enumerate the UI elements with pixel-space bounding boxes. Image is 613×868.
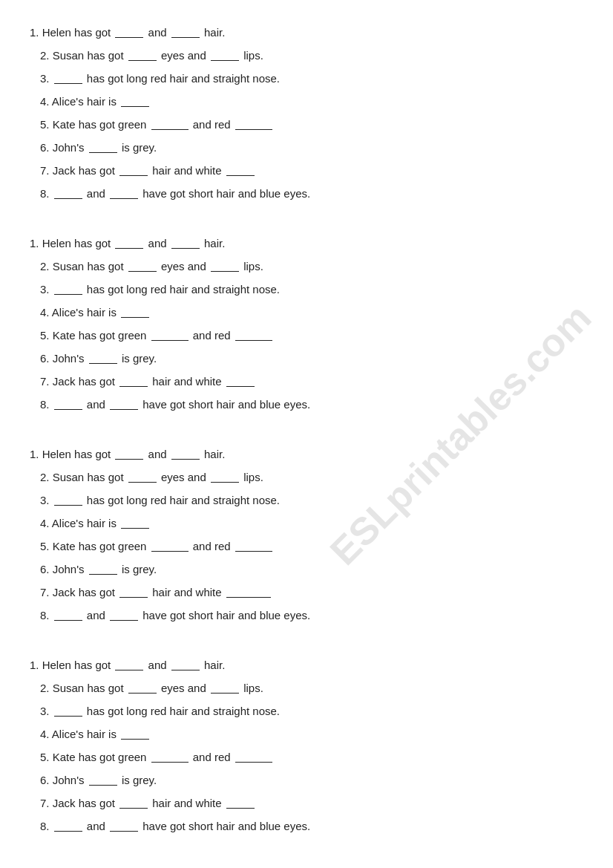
section-3: 1. Helen has got and hair. 2. Susan has …: [30, 444, 583, 625]
blank: [226, 597, 271, 598]
line-number: 1. Helen has got: [30, 22, 114, 42]
blank: [235, 340, 272, 341]
blank: [54, 505, 82, 506]
blank: [121, 106, 149, 107]
blank: [119, 175, 148, 176]
blank: [226, 808, 255, 809]
line-4-8: 8. and have got short hair and blue eyes…: [30, 816, 583, 836]
blank: [211, 60, 239, 61]
blank: [128, 271, 157, 272]
page-content: 1. Helen has got and hair. 2. Susan has …: [0, 0, 613, 858]
blank: [54, 83, 82, 84]
line-4-7: 7. Jack has got hair and white: [30, 793, 583, 813]
blank: [115, 37, 143, 38]
blank: [235, 762, 272, 763]
line-3-3: 3. has got long red hair and straight no…: [30, 490, 583, 510]
section-4: 1. Helen has got and hair. 2. Susan has …: [30, 655, 583, 836]
blank: [171, 459, 200, 460]
line-1-2: 2. Susan has got eyes and lips.: [30, 45, 583, 65]
line-1-3: 3. has got long red hair and straight no…: [30, 68, 583, 88]
line-1-4: 4. Alice's hair is: [30, 91, 583, 111]
section-1: 1. Helen has got and hair. 2. Susan has …: [30, 22, 583, 203]
blank: [151, 340, 189, 341]
section-2: 1. Helen has got and hair. 2. Susan has …: [30, 233, 583, 414]
line-2-5: 5. Kate has got green and red: [30, 325, 583, 345]
line-4-3: 3. has got long red hair and straight no…: [30, 701, 583, 721]
blank: [54, 409, 82, 410]
blank: [128, 60, 157, 61]
blank: [89, 152, 117, 153]
blank: [54, 620, 82, 621]
blank: [226, 386, 255, 387]
blank: [121, 317, 149, 318]
blank: [110, 198, 138, 199]
blank: [54, 831, 82, 832]
line-2-2: 2. Susan has got eyes and lips.: [30, 256, 583, 276]
blank: [211, 482, 239, 483]
line-4-6: 6. John's is grey.: [30, 770, 583, 790]
blank: [89, 785, 117, 786]
blank: [211, 271, 239, 272]
line-3-6: 6. John's is grey.: [30, 559, 583, 579]
line-3-1: 1. Helen has got and hair.: [30, 444, 583, 464]
blank: [171, 670, 200, 670]
blank: [119, 808, 148, 809]
blank: [121, 739, 149, 740]
blank: [151, 129, 189, 130]
blank: [211, 693, 239, 694]
line-4-2: 2. Susan has got eyes and lips.: [30, 678, 583, 698]
blank: [54, 198, 82, 199]
blank: [128, 693, 157, 694]
blank: [151, 762, 189, 763]
line-1-5: 5. Kate has got green and red: [30, 114, 583, 134]
line-4-4: 4. Alice's hair is: [30, 724, 583, 744]
line-4-5: 5. Kate has got green and red: [30, 747, 583, 767]
line-3-4: 4. Alice's hair is: [30, 513, 583, 533]
blank: [171, 37, 200, 38]
line-2-3: 3. has got long red hair and straight no…: [30, 279, 583, 299]
blank: [54, 294, 82, 295]
line-1-1: 1. Helen has got and hair.: [30, 22, 583, 42]
blank: [151, 551, 189, 552]
line-2-7: 7. Jack has got hair and white: [30, 371, 583, 391]
line-3-8: 8. and have got short hair and blue eyes…: [30, 605, 583, 625]
line-2-6: 6. John's is grey.: [30, 348, 583, 368]
blank: [235, 129, 272, 130]
blank: [121, 528, 149, 529]
line-3-5: 5. Kate has got green and red: [30, 536, 583, 556]
blank: [54, 716, 82, 717]
line-1-6: 6. John's is grey.: [30, 137, 583, 157]
blank: [235, 551, 272, 552]
blank: [115, 248, 143, 249]
blank: [110, 831, 138, 832]
line-2-8: 8. and have got short hair and blue eyes…: [30, 394, 583, 414]
blank: [89, 574, 117, 575]
line-3-2: 2. Susan has got eyes and lips.: [30, 467, 583, 487]
blank: [119, 597, 148, 598]
line-1-7: 7. Jack has got hair and white: [30, 160, 583, 180]
line-4-1: 1. Helen has got and hair.: [30, 655, 583, 675]
blank: [115, 459, 143, 460]
blank: [115, 670, 143, 670]
blank: [110, 409, 138, 410]
line-3-7: 7. Jack has got hair and white: [30, 582, 583, 602]
line-2-1: 1. Helen has got and hair.: [30, 233, 583, 253]
blank: [128, 482, 157, 483]
blank: [119, 386, 148, 387]
blank: [171, 248, 200, 249]
blank: [110, 620, 138, 621]
blank: [89, 363, 117, 364]
blank: [226, 175, 255, 176]
line-2-4: 4. Alice's hair is: [30, 302, 583, 322]
line-1-8: 8. and have got short hair and blue eyes…: [30, 183, 583, 203]
